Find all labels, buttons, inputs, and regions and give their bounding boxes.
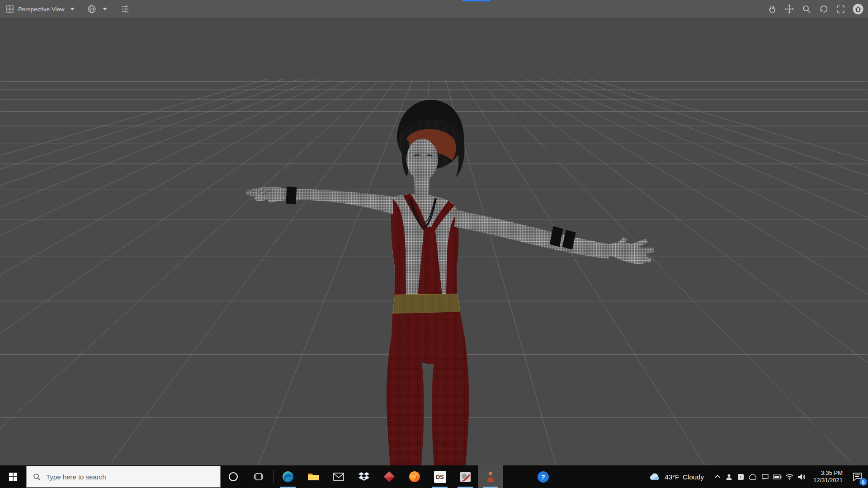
search-icon (33, 473, 41, 481)
search-input[interactable] (45, 473, 201, 481)
zoom-tool-icon[interactable] (800, 3, 813, 15)
tray-chevron-up-icon[interactable] (714, 473, 721, 480)
tray-cloud-icon[interactable] (749, 474, 757, 480)
taskbar-app-dropbox[interactable] (351, 465, 377, 488)
file-explorer-icon (307, 470, 320, 483)
taskbar-clock[interactable]: 3:35 PM 12/31/2021 (809, 469, 847, 484)
move-tool-icon[interactable] (783, 3, 796, 15)
windows-taskbar: DS ? (0, 465, 868, 488)
frame-view-icon[interactable] (835, 3, 847, 15)
view-selector-caret-icon[interactable] (70, 8, 75, 10)
globe-caret-icon[interactable] (103, 8, 107, 10)
clock-time: 3:35 PM (813, 469, 843, 477)
active-3d-app-icon (485, 471, 496, 483)
task-view-icon (253, 471, 264, 482)
red-gem-icon (383, 471, 395, 483)
windows-logo-icon (9, 473, 17, 481)
svg-text:T: T (740, 475, 742, 479)
firefox-icon (408, 470, 421, 483)
figure-bracelet-left (286, 187, 297, 205)
taskbar-search[interactable] (26, 466, 221, 488)
tray-battery-icon[interactable] (773, 474, 782, 480)
horizon-mask (0, 19, 868, 79)
taskbar-app-firefox[interactable] (402, 465, 427, 488)
figure-belt (392, 294, 460, 314)
taskbar-app-paint[interactable] (453, 465, 478, 488)
action-center-button[interactable]: 6 (847, 465, 868, 488)
notification-badge: 6 (859, 478, 867, 486)
taskbar-app-red-gem[interactable] (377, 465, 402, 488)
taskbar-app-daz-studio[interactable]: DS (427, 465, 453, 488)
figure-hand-right (608, 242, 647, 264)
view-selector-label[interactable]: Perspective View (18, 6, 65, 13)
weather-widget[interactable]: 43°F Cloudy (643, 472, 710, 481)
tray-network-icon[interactable] (786, 474, 793, 480)
desktop-screen: Perspective View (0, 0, 868, 488)
taskbar-help-button[interactable]: ? (530, 465, 556, 488)
cloud-weather-icon (649, 472, 661, 481)
pan-hand-icon[interactable] (766, 3, 778, 15)
draw-style-icon[interactable] (120, 4, 131, 14)
figure-arm-right (454, 210, 611, 259)
tray-message-icon[interactable] (761, 473, 769, 481)
task-view-button[interactable] (246, 465, 271, 488)
weather-condition: Cloudy (683, 473, 704, 481)
cortana-icon (228, 471, 239, 482)
start-button[interactable] (0, 465, 26, 488)
taskbar-divider (273, 470, 274, 483)
tray-volume-icon[interactable] (797, 474, 805, 480)
taskbar-app-edge[interactable] (275, 465, 301, 488)
cortana-button[interactable] (221, 465, 246, 488)
wireframe-character[interactable] (246, 100, 654, 465)
globe-icon[interactable] (86, 4, 97, 14)
viewport-canvas[interactable] (0, 19, 868, 465)
viewport-grid-icon[interactable] (5, 4, 15, 14)
weather-temp: 43°F (665, 473, 679, 481)
taskbar-app-active-3d[interactable] (478, 465, 503, 488)
edge-icon (282, 470, 294, 483)
window-tab-accent-strip (462, 0, 491, 1)
figure-arm-left (288, 189, 393, 215)
home-view-icon[interactable] (852, 3, 864, 15)
mail-icon (333, 471, 344, 483)
viewport-render (0, 19, 868, 465)
clock-date: 12/31/2021 (813, 477, 843, 484)
tray-teams-icon[interactable]: T (737, 473, 745, 481)
help-icon: ? (538, 471, 549, 483)
figure-face (406, 139, 438, 180)
taskbar-tray: 43°F Cloudy T (643, 465, 868, 488)
viewport-toolbar: Perspective View (0, 0, 868, 19)
taskbar-app-mail[interactable] (326, 465, 351, 488)
dropbox-icon (358, 471, 370, 483)
tray-person-icon[interactable] (725, 473, 733, 481)
taskbar-app-file-explorer[interactable] (301, 465, 326, 488)
daz-studio-icon: DS (434, 471, 446, 483)
orbit-tool-icon[interactable] (817, 3, 830, 15)
paint-app-icon (459, 471, 472, 483)
figure-hand-left (246, 187, 289, 202)
